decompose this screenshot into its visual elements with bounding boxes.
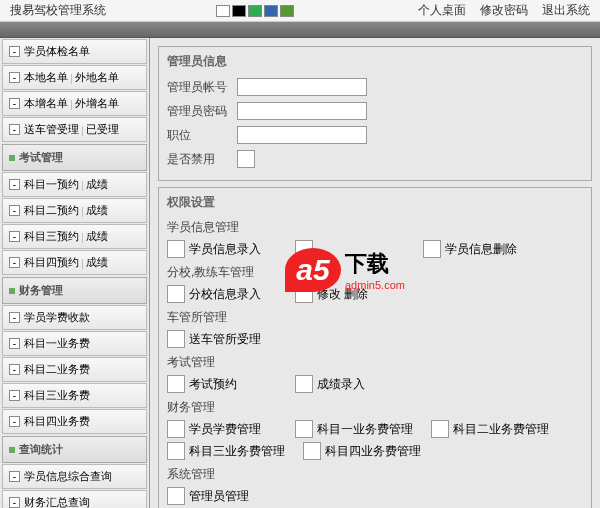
checkbox-item[interactable]: 科目二业务费管理 [431,420,549,438]
checkbox[interactable] [167,442,185,460]
text-input[interactable] [237,126,367,144]
checkbox-label: 科目一业务费管理 [317,421,413,438]
sidebar-item[interactable]: -财务汇总查询 [2,490,147,508]
expand-icon: - [9,257,20,268]
checkbox-item[interactable]: 学员学费管理 [167,420,277,438]
toolbar [0,22,600,38]
sidebar-header[interactable]: 考试管理 [2,144,147,171]
panel-title: 管理员信息 [167,53,583,70]
checkbox-item[interactable]: 考试预约 [167,375,277,393]
sidebar-item[interactable]: -本地名单|外地名单 [2,65,147,90]
expand-icon: - [9,98,20,109]
expand-icon: - [9,471,20,482]
theme-swatch[interactable] [248,5,262,17]
field-label: 管理员帐号 [167,79,237,96]
checkbox-item[interactable]: 成绩录入 [295,375,405,393]
sidebar-item[interactable]: -科目三预约|成绩 [2,224,147,249]
section-label: 系统管理 [167,466,583,483]
expand-icon: - [9,416,20,427]
checkbox[interactable] [167,487,185,505]
checkbox[interactable] [167,375,185,393]
sidebar-item[interactable]: -科目三业务费 [2,383,147,408]
checkbox-item[interactable]: 科目四业务费管理 [303,442,421,460]
checkbox-item[interactable]: 学员信息删除 [423,240,533,258]
sidebar-item[interactable]: -科目四预约|成绩 [2,250,147,275]
sidebar-item[interactable]: -科目二预约|成绩 [2,198,147,223]
theme-swatch[interactable] [264,5,278,17]
sidebar-item[interactable]: -学员信息综合查询 [2,464,147,489]
field-label: 职位 [167,127,237,144]
text-input[interactable] [237,78,367,96]
sidebar-item[interactable]: -科目一业务费 [2,331,147,356]
top-link[interactable]: 个人桌面 [418,2,466,19]
checkbox-label: 科目二业务费管理 [453,421,549,438]
header-icon [9,288,15,294]
header-icon [9,155,15,161]
top-link[interactable]: 退出系统 [542,2,590,19]
checkbox-label: 分校信息录入 [189,286,261,303]
top-link[interactable]: 修改密码 [480,2,528,19]
expand-icon: - [9,72,20,83]
sidebar-header[interactable]: 财务管理 [2,277,147,304]
expand-icon: - [9,46,20,57]
checkbox[interactable] [423,240,441,258]
checkbox[interactable] [237,150,255,168]
sidebar-item[interactable]: -学员学费收款 [2,305,147,330]
checkbox-label: 科目三业务费管理 [189,443,285,460]
theme-colors [216,5,294,17]
checkbox-item[interactable]: 学员信息录入 [167,240,277,258]
panel-admin-info: 管理员信息 管理员帐号管理员密码职位是否禁用 [158,46,592,181]
checkbox-label: 科目四业务费管理 [325,443,421,460]
checkbox-item[interactable]: 科目三业务费管理 [167,442,285,460]
expand-icon: - [9,364,20,375]
app-title: 搜易驾校管理系统 [0,2,116,19]
theme-swatch[interactable] [216,5,230,17]
checkbox-item[interactable]: 送车管所受理 [167,330,277,348]
sidebar-item[interactable]: -送车管受理|已受理 [2,117,147,142]
expand-icon: - [9,338,20,349]
expand-icon: - [9,179,20,190]
sidebar-item[interactable]: -科目二业务费 [2,357,147,382]
sidebar-item[interactable]: -科目一预约|成绩 [2,172,147,197]
field-label: 管理员密码 [167,103,237,120]
checkbox[interactable] [295,420,313,438]
theme-swatch[interactable] [280,5,294,17]
panel-permissions: 权限设置 学员信息管理学员信息录入学员信息删除分校,教练车管理分校信息录入修改 … [158,187,592,508]
sidebar-header[interactable]: 查询统计 [2,436,147,463]
section-label: 财务管理 [167,399,583,416]
checkbox-label: 学员学费管理 [189,421,261,438]
checkbox[interactable] [431,420,449,438]
checkbox[interactable] [167,285,185,303]
sidebar-item[interactable]: -学员体检名单 [2,39,147,64]
sidebar-item[interactable]: -科目四业务费 [2,409,147,434]
expand-icon: - [9,205,20,216]
expand-icon: - [9,124,20,135]
checkbox-label: 学员信息删除 [445,241,517,258]
expand-icon: - [9,312,20,323]
section-label: 学员信息管理 [167,219,583,236]
checkbox[interactable] [167,330,185,348]
checkbox[interactable] [167,240,185,258]
expand-icon: - [9,390,20,401]
checkbox[interactable] [167,420,185,438]
checkbox-label: 考试预约 [189,376,237,393]
checkbox-label: 成绩录入 [317,376,365,393]
expand-icon: - [9,497,20,508]
top-links: 个人桌面修改密码退出系统 [418,2,600,19]
sidebar-item[interactable]: -本增名单|外增名单 [2,91,147,116]
text-input[interactable] [237,102,367,120]
checkbox-label: 送车管所受理 [189,331,261,348]
checkbox-item[interactable]: 管理员管理 [167,487,277,505]
checkbox[interactable] [303,442,321,460]
checkbox[interactable] [295,375,313,393]
sidebar: -学员体检名单-本地名单|外地名单-本增名单|外增名单-送车管受理|已受理考试管… [0,38,150,508]
checkbox-item[interactable]: 科目一业务费管理 [295,420,413,438]
section-label: 车管所管理 [167,309,583,326]
checkbox-item[interactable]: 分校信息录入 [167,285,277,303]
theme-swatch[interactable] [232,5,246,17]
watermark-logo: a5 下载admin5.com [285,248,405,292]
expand-icon: - [9,231,20,242]
panel-title: 权限设置 [167,194,583,211]
section-label: 考试管理 [167,354,583,371]
checkbox-label: 学员信息录入 [189,241,261,258]
